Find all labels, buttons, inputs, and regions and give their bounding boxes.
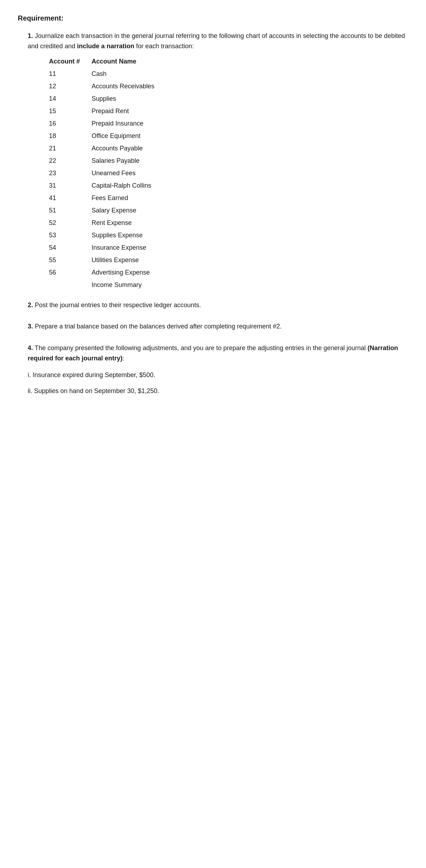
table-row: 56 Advertising Expense xyxy=(49,269,408,276)
section-4-text-before-bold: The company presented the following adju… xyxy=(35,344,368,352)
table-row: 51 Salary Expense xyxy=(49,207,408,214)
section-4-sub-item-i: i. Insurance expired during September, $… xyxy=(28,370,408,380)
section-3-body: Prepare a trial balance based on the bal… xyxy=(35,323,282,330)
section-2: 2. Post the journal entries to their res… xyxy=(18,300,408,310)
account-number: 52 xyxy=(49,219,92,227)
account-name: Capital-Ralph Collins xyxy=(92,182,151,189)
account-number: 23 xyxy=(49,170,92,177)
table-row: 31 Capital-Ralph Collins xyxy=(49,182,408,189)
account-name: Cash xyxy=(92,70,106,78)
account-number: 14 xyxy=(49,95,92,103)
table-row: 14 Supplies xyxy=(49,95,408,103)
account-number: 12 xyxy=(49,83,92,90)
table-row: 11 Cash xyxy=(49,70,408,78)
account-name: Advertising Expense xyxy=(92,269,150,276)
account-name: Accounts Payable xyxy=(92,145,143,152)
account-name: Unearned Fees xyxy=(92,170,136,177)
account-name: Prepaid Rent xyxy=(92,107,129,115)
table-row: 16 Prepaid Insurance xyxy=(49,120,408,127)
table-row: 41 Fees Earned xyxy=(49,194,408,202)
col-num-header: Account # xyxy=(49,58,92,65)
account-number: 56 xyxy=(49,269,92,276)
account-name: Salaries Payable xyxy=(92,157,140,165)
account-number: 54 xyxy=(49,244,92,251)
table-row: 52 Rent Expense xyxy=(49,219,408,227)
account-name: Supplies xyxy=(92,95,116,103)
table-row: 18 Office Equipment xyxy=(49,132,408,140)
account-name: Fees Earned xyxy=(92,194,128,202)
table-row: 23 Unearned Fees xyxy=(49,170,408,177)
section-3-text: 3. Prepare a trial balance based on the … xyxy=(28,321,408,332)
table-row: Income Summary xyxy=(49,281,408,289)
account-number: 11 xyxy=(49,70,92,78)
sub-item-ii-text: ii. Supplies on hand on September 30, $1… xyxy=(28,387,159,394)
account-number: 53 xyxy=(49,232,92,239)
table-row: 55 Utilities Expense xyxy=(49,256,408,264)
table-row: 54 Insurance Expense xyxy=(49,244,408,251)
account-number: 51 xyxy=(49,207,92,214)
account-number: 15 xyxy=(49,107,92,115)
account-name: Rent Expense xyxy=(92,219,132,227)
account-name: Utilities Expense xyxy=(92,256,139,264)
account-number: 21 xyxy=(49,145,92,152)
sub-item-i-text: i. Insurance expired during September, $… xyxy=(28,371,155,378)
table-row: 12 Accounts Receivables xyxy=(49,83,408,90)
section-1-number: 1. xyxy=(28,32,33,39)
account-name: Office Equipment xyxy=(92,132,141,140)
section-1-text: 1. Journalize each transaction in the ge… xyxy=(28,31,408,51)
account-name: Income Summary xyxy=(92,281,142,289)
section-2-text: 2. Post the journal entries to their res… xyxy=(28,300,408,310)
section-4-text: 4. The company presented the following a… xyxy=(28,343,408,364)
table-row: 53 Supplies Expense xyxy=(49,232,408,239)
table-row: 22 Salaries Payable xyxy=(49,157,408,165)
section-4-text-after-bold: : xyxy=(122,355,124,362)
table-row: 15 Prepaid Rent xyxy=(49,107,408,115)
section-4: 4. The company presented the following a… xyxy=(18,343,408,396)
account-number: 31 xyxy=(49,182,92,189)
section-1-bold-text: include a narration xyxy=(77,43,134,50)
account-name: Supplies Expense xyxy=(92,232,143,239)
account-number: 16 xyxy=(49,120,92,127)
section-4-number: 4. xyxy=(28,344,33,352)
account-number: 22 xyxy=(49,157,92,165)
account-name: Accounts Receivables xyxy=(92,83,154,90)
account-name: Insurance Expense xyxy=(92,244,146,251)
account-name: Salary Expense xyxy=(92,207,136,214)
account-name: Prepaid Insurance xyxy=(92,120,143,127)
section-3: 3. Prepare a trial balance based on the … xyxy=(18,321,408,332)
table-row: 21 Accounts Payable xyxy=(49,145,408,152)
accounts-table: Account # Account Name 11 Cash 12 Accoun… xyxy=(49,58,408,289)
accounts-table-header: Account # Account Name xyxy=(49,58,408,65)
section-1: 1. Journalize each transaction in the ge… xyxy=(18,31,408,289)
account-number: 18 xyxy=(49,132,92,140)
section-2-body: Post the journal entries to their respec… xyxy=(35,302,201,309)
account-number: 41 xyxy=(49,194,92,202)
account-number: 55 xyxy=(49,256,92,264)
section-4-sub-item-ii: ii. Supplies on hand on September 30, $1… xyxy=(28,386,408,396)
section-2-number: 2. xyxy=(28,302,33,309)
section-3-number: 3. xyxy=(28,323,33,330)
col-name-header: Account Name xyxy=(92,58,136,65)
requirement-heading: Requirement: xyxy=(18,14,408,22)
section-1-text-after-bold: for each transaction: xyxy=(134,43,194,50)
